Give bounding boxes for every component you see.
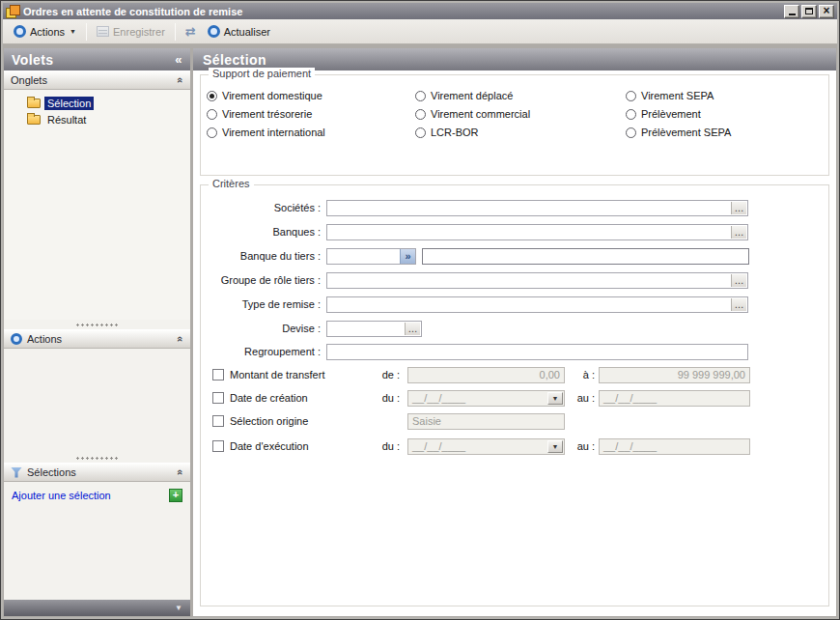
main-panel: Sélection Support de paiement Virement d… [193,48,836,616]
radio-icon [415,127,426,138]
form-row-devise: Devise : … [201,321,828,339]
form-row-banque-tiers: Banque du tiers : » [201,248,828,267]
type-remise-browse-button[interactable]: … [731,298,746,311]
devise-label: Devise : [201,321,321,337]
collapse-sidebar-icon[interactable]: « [175,52,182,67]
actualiser-button[interactable]: Actualiser [202,23,276,40]
banques-browse-button[interactable]: … [731,226,746,239]
radio-prelevement-sepa[interactable]: Prélèvement SEPA [626,126,731,139]
form-row-groupe-role-tiers: Groupe de rôle tiers : … [201,272,828,291]
refresh-button[interactable]: ⇄ [180,23,202,40]
window-icon [6,5,19,17]
date-creation-checkbox[interactable] [212,392,224,404]
date-dropdown-button[interactable]: ▼ [547,392,563,405]
banque-tiers-combo[interactable]: » [326,248,416,265]
save-button[interactable]: Enregistrer [91,24,171,40]
form-row-type-remise: Type de remise : … [201,296,828,315]
regroupement-input[interactable] [326,344,748,360]
societes-browse-button[interactable]: … [731,202,746,214]
date-execution-checkbox[interactable] [212,440,224,452]
banques-label: Banques : [201,224,321,240]
date-execution-au-input[interactable]: __/__/____ [599,438,750,455]
main-title: Sélection [203,52,266,68]
title-bar[interactable]: Ordres en attente de constitution de rem… [3,3,837,19]
montant-checkbox[interactable] [212,369,224,380]
societes-input[interactable]: … [326,200,748,216]
chevron-up-icon: « [175,469,186,475]
radio-virement-deplace[interactable]: Virement déplacé [415,89,513,102]
splitter-handle[interactable] [4,453,190,463]
groupbox-criteres: Critères Sociétés : … Banques : … [200,184,829,606]
sidebar-footer-bar[interactable]: ▼ [4,600,190,616]
groupe-role-tiers-browse-button[interactable]: … [731,274,746,287]
input-value: __/__/____ [408,391,564,406]
banques-input[interactable]: … [326,224,748,240]
add-selection-button[interactable]: + [169,489,182,502]
folder-icon [27,99,41,108]
groupe-role-tiers-input[interactable]: … [326,272,748,289]
date-creation-du-combo[interactable]: __/__/____ ▼ [407,390,565,407]
tree-item-label: Sélection [44,97,94,110]
type-remise-input[interactable]: … [326,296,748,313]
date-creation-au-input[interactable]: __/__/____ [599,390,750,407]
groupbox-support-paiement: Support de paiement Virement domestique … [200,74,829,176]
section-header-selections[interactable]: Sélections « [4,463,190,482]
actions-section-icon [11,333,22,345]
onglets-tree: Sélection Résultat [4,90,190,320]
add-selection-row: Ajouter une sélection + [4,482,190,502]
montant-max-input[interactable]: 99 999 999,00 [599,367,750,383]
section-header-onglets[interactable]: Onglets « [4,70,190,90]
au-label: au : [568,390,595,407]
banque-tiers-input[interactable] [422,248,749,265]
filter-icon [11,467,22,478]
radio-icon [207,91,217,101]
selection-origine-input[interactable]: Saisie [407,413,565,430]
grip-dots-icon [75,324,120,326]
actions-label: Actions [30,26,65,38]
radio-label: Virement commercial [431,108,530,120]
actualiser-label: Actualiser [224,26,270,38]
devise-input[interactable]: … [326,321,422,337]
radio-prelevement[interactable]: Prélèvement [626,107,701,121]
form-row-selection-origine: Sélection origine Saisie [201,413,828,432]
section-onglets-label: Onglets [11,74,47,86]
radio-virement-commercial[interactable]: Virement commercial [415,107,530,121]
radio-virement-international[interactable]: Virement international [207,126,325,139]
date-dropdown-button[interactable]: ▼ [547,440,563,453]
chevron-up-icon: « [175,77,186,83]
actions-menu-button[interactable]: Actions ▼ [8,23,82,40]
sidebar-title: Volets [12,52,53,68]
tree-item-resultat[interactable]: Résultat [4,111,190,127]
du-label: du : [336,438,400,455]
form-row-regroupement: Regroupement : [201,344,828,362]
radio-icon [207,109,217,120]
radio-icon [626,127,636,138]
close-button[interactable]: × [819,5,834,18]
selection-origine-checkbox[interactable] [212,415,224,427]
devise-browse-button[interactable]: … [405,323,420,335]
add-selection-link[interactable]: Ajouter une sélection [12,490,111,501]
save-icon [97,26,109,37]
toolbar-separator [175,23,176,41]
montant-min-input[interactable]: 0,00 [407,367,565,383]
splitter-handle[interactable] [4,320,190,329]
radio-label: Virement trésorerie [222,108,312,120]
radio-lcr-bor[interactable]: LCR-BOR [415,126,479,139]
close-icon: × [823,5,829,16]
section-header-actions[interactable]: Actions « [4,329,190,349]
maximize-button[interactable] [801,5,817,18]
minimize-button[interactable] [784,5,799,18]
form-row-date-creation: Date de création du : __/__/____ ▼ au : … [201,390,828,409]
date-execution-du-combo[interactable]: __/__/____ ▼ [407,438,565,455]
tree-item-selection[interactable]: Sélection [4,95,190,111]
date-execution-label: Date d'exécution [230,438,309,454]
radio-virement-domestique[interactable]: Virement domestique [207,89,322,102]
sidebar-volets: Volets « Onglets « Sélection Résultat [4,48,190,616]
radio-icon [207,127,217,138]
section-actions-label: Actions [27,333,62,345]
radio-virement-sepa[interactable]: Virement SEPA [626,89,714,102]
banque-tiers-label: Banque du tiers : [201,248,321,265]
minimize-icon [789,14,796,15]
radio-virement-tresorerie[interactable]: Virement trésorerie [207,107,312,121]
banque-tiers-combo-button[interactable]: » [400,249,415,264]
